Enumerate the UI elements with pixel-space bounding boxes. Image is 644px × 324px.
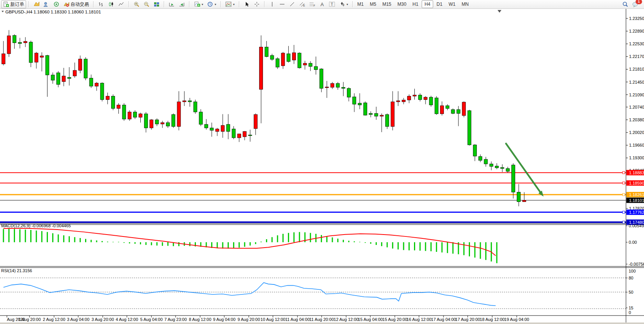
auto-trading-button[interactable]: 自动交易: [61, 0, 91, 8]
horizontal-line-icon[interactable]: [277, 0, 287, 8]
toolbar-separator: [239, 1, 240, 7]
fibonacci-icon[interactable]: F: [307, 0, 317, 8]
svg-text:1.18101: 1.18101: [629, 198, 644, 203]
svg-text:1.20020: 1.20020: [629, 130, 644, 135]
svg-text:15 Aug 04:00: 15 Aug 04:00: [358, 317, 383, 322]
signals-icon[interactable]: [51, 0, 61, 8]
svg-text:F: F: [314, 4, 315, 7]
bar-chart-icon[interactable]: [96, 0, 106, 8]
chat-button[interactable]: 1: [630, 0, 640, 8]
cursor-icon[interactable]: [242, 0, 252, 8]
templates-button[interactable]: ▾: [223, 0, 237, 8]
profiles-icon[interactable]: [41, 0, 51, 8]
svg-text:80: 80: [629, 276, 633, 280]
svg-text:1.20380: 1.20380: [629, 117, 644, 122]
svg-text:18 Aug 12:00: 18 Aug 12:00: [480, 317, 505, 322]
svg-text:RSI(14) 21.3156: RSI(14) 21.3156: [1, 268, 32, 273]
line-chart-icon[interactable]: [116, 0, 126, 8]
svg-text:1.22530: 1.22530: [629, 41, 644, 46]
svg-text:50: 50: [629, 290, 633, 294]
timeframe-M30[interactable]: M30: [395, 0, 409, 8]
new-chart-icon[interactable]: [31, 0, 41, 8]
search-icon[interactable]: [620, 0, 630, 8]
svg-text:0.005493: 0.005493: [629, 223, 644, 228]
new-order-button[interactable]: 新订单: [1, 0, 26, 8]
svg-text:T: T: [331, 2, 334, 7]
svg-text:1.18883: 1.18883: [629, 170, 644, 175]
indicators-button[interactable]: ▾: [192, 0, 205, 8]
zoom-in-icon[interactable]: [131, 0, 141, 8]
svg-text:1.18261: 1.18261: [629, 192, 644, 197]
svg-text:1.19300: 1.19300: [629, 155, 644, 160]
price-axis[interactable]: 1.232501.228901.225301.221701.218101.214…: [623, 16, 644, 315]
svg-text:1.22170: 1.22170: [629, 54, 644, 59]
svg-text:9 Aug 20:00: 9 Aug 20:00: [238, 317, 260, 322]
text-label-icon[interactable]: T: [327, 0, 337, 8]
svg-text:1.17762: 1.17762: [629, 210, 644, 215]
timeframe-M15[interactable]: M15: [380, 0, 394, 8]
timeframe-M1[interactable]: M1: [355, 0, 366, 8]
clock-icon: [207, 1, 213, 7]
toolbar-separator: [220, 1, 221, 7]
timeframe-D1[interactable]: D1: [434, 0, 445, 8]
svg-text:15: 15: [629, 306, 633, 310]
periods-button[interactable]: ▾: [205, 0, 218, 8]
toolbar-separator: [264, 1, 265, 7]
svg-text:1.22890: 1.22890: [629, 29, 644, 33]
timeframe-M5[interactable]: M5: [367, 0, 379, 8]
chart-canvas[interactable]: 1.232501.228901.225301.221701.218101.214…: [0, 0, 644, 324]
svg-text:GBPUSD-,H4 1.18060 1.18330 1.: GBPUSD-,H4 1.18060 1.18330 1.18060 1.181…: [5, 10, 101, 14]
trendline-icon[interactable]: [287, 0, 297, 8]
overlay-labels: GBPUSD-,H4 1.18060 1.18330 1.18060 1.181…: [1, 10, 501, 273]
svg-text:11 Aug 20:00: 11 Aug 20:00: [309, 317, 334, 322]
new-order-label: 新订单: [10, 1, 24, 8]
toolbar-separator: [189, 1, 190, 7]
arrows-tool-button[interactable]: ▾: [337, 0, 350, 8]
svg-text:7 Aug 23:00: 7 Aug 23:00: [164, 317, 187, 322]
svg-text:3 Aug 20:00: 3 Aug 20:00: [92, 317, 114, 322]
auto-scroll-icon[interactable]: [167, 0, 177, 8]
templates-icon: [225, 1, 232, 7]
svg-text:0: 0: [629, 310, 631, 315]
svg-text:1 Aug 20:00: 1 Aug 20:00: [18, 317, 41, 322]
toolbar-separator: [352, 1, 353, 7]
equidistant-channel-icon[interactable]: E: [297, 0, 307, 8]
rsi-pane: [0, 278, 626, 309]
chart-shift-icon[interactable]: [177, 0, 187, 8]
text-icon[interactable]: A: [317, 0, 327, 8]
svg-text:3 Aug 04:00: 3 Aug 04:00: [67, 317, 90, 322]
pane-frame: [0, 8, 644, 324]
vertical-line-icon[interactable]: [267, 0, 277, 8]
tile-windows-icon[interactable]: [151, 0, 161, 8]
timeframe-W1[interactable]: W1: [446, 0, 458, 8]
arrows-dropdown-arrow: ▾: [347, 3, 348, 6]
svg-text:1.23250: 1.23250: [629, 16, 644, 21]
svg-text:1.21450: 1.21450: [629, 80, 644, 84]
timeframe-MN[interactable]: MN: [459, 0, 472, 8]
candlestick-chart-icon[interactable]: [106, 0, 116, 8]
time-axis[interactable]: Aug 20221 Aug 20:002 Aug 12:003 Aug 04:0…: [7, 316, 529, 322]
svg-text:8 Aug 12:00: 8 Aug 12:00: [189, 317, 212, 322]
svg-text:19 Aug 04:00: 19 Aug 04:00: [504, 317, 529, 322]
svg-text:11 Aug 04:00: 11 Aug 04:00: [285, 317, 310, 322]
toolbar-separator: [28, 1, 29, 7]
svg-text:2 Aug 12:00: 2 Aug 12:00: [43, 317, 66, 322]
periods-dropdown-arrow: ▾: [215, 3, 216, 6]
main-toolbar: 新订单 自动交易: [0, 0, 644, 9]
svg-text:-0.007562: -0.007562: [629, 262, 644, 266]
arrows-tool-icon: [339, 1, 345, 7]
macd-pane: [3, 228, 497, 263]
svg-text:E: E: [303, 4, 305, 7]
timeframe-list: M1M5M15M30H1H4D1W1MN: [354, 0, 472, 8]
timeframe-H1[interactable]: H1: [410, 0, 421, 8]
zoom-out-icon[interactable]: [141, 0, 151, 8]
svg-text:12 Aug 12:00: 12 Aug 12:00: [334, 317, 359, 322]
toolbar-separator: [128, 1, 129, 7]
svg-text:4 Aug 12:00: 4 Aug 12:00: [116, 317, 138, 322]
new-order-icon: [3, 1, 9, 7]
add-indicator-icon: [194, 1, 200, 7]
timeframe-H4[interactable]: H4: [422, 0, 433, 8]
auto-trading-icon: [63, 1, 69, 7]
candlesticks: [2, 30, 526, 206]
crosshair-icon[interactable]: [252, 0, 262, 8]
